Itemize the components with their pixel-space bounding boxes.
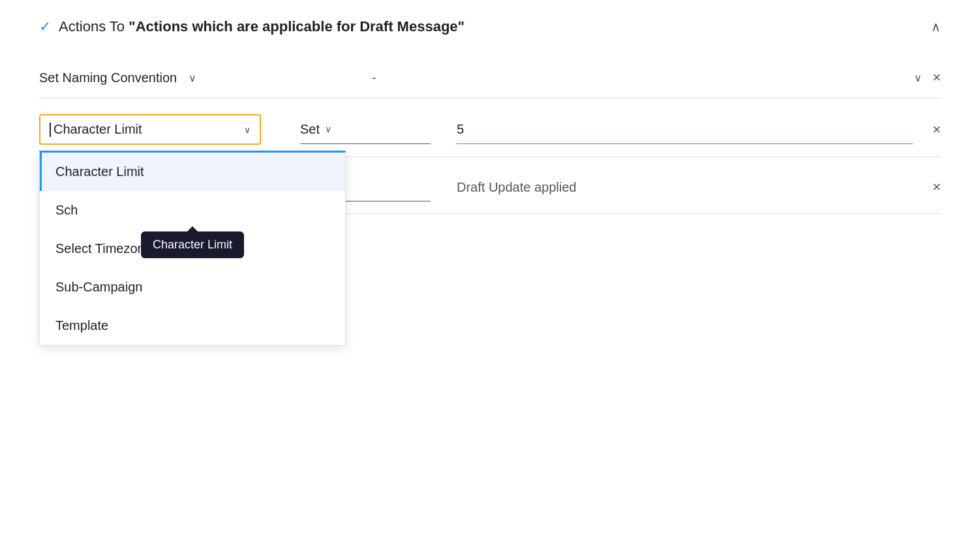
chevron-up-icon[interactable]: ∧ (931, 19, 941, 35)
row1-close-button[interactable]: × (932, 121, 941, 138)
header-row: ✓ Actions To "Actions which are applicab… (39, 0, 941, 51)
header-title-prefix: Actions To (59, 18, 129, 35)
character-limit-dropdown[interactable]: Character Limit ∨ (39, 114, 261, 145)
draft-value: Draft Update applied (457, 173, 913, 201)
action-row-1: Character Limit ∨ Set ∨ 5 × Character Li… (39, 98, 941, 157)
dropdown-item-character-limit[interactable]: Character Limit (40, 153, 345, 191)
dropdown-item-sch[interactable]: Sch Character Limit (40, 191, 345, 230)
row2-close-button[interactable]: × (932, 179, 941, 196)
value-input[interactable]: 5 (457, 115, 913, 144)
dropdown-arrow-icon[interactable]: ∨ (244, 125, 251, 135)
naming-separator: - (372, 70, 914, 85)
naming-row: Set Naming Convention ∨ - ∨ × (39, 51, 941, 98)
naming-chevron-down-icon[interactable]: ∨ (189, 72, 196, 84)
header-title: Actions To "Actions which are applicable… (59, 18, 465, 35)
dropdown-popup: Character Limit Sch Character Limit Sele… (39, 151, 346, 346)
dropdown-selected-text: Character Limit (54, 122, 237, 137)
text-cursor (50, 123, 51, 137)
page-container: ✓ Actions To "Actions which are applicab… (0, 0, 980, 549)
tooltip: Character Limit (141, 231, 244, 258)
naming-close-button[interactable]: × (932, 69, 941, 86)
dropdown-item-sub-campaign[interactable]: Sub-Campaign (40, 268, 345, 306)
check-icon: ✓ (39, 18, 51, 35)
naming-left: Set Naming Convention ∨ (39, 70, 352, 85)
naming-right: ∨ × (914, 69, 941, 86)
header-title-bold: "Actions which are applicable for Draft … (129, 18, 465, 35)
naming-convention-label: Set Naming Convention (39, 70, 177, 85)
set-dropdown-text: Set (300, 122, 320, 137)
dropdown-item-template[interactable]: Template (40, 306, 345, 345)
set-dropdown-arrow-icon[interactable]: ∨ (325, 124, 331, 134)
header-left: ✓ Actions To "Actions which are applicab… (39, 18, 465, 35)
naming-right-chevron-icon[interactable]: ∨ (914, 72, 922, 84)
set-dropdown[interactable]: Set ∨ (300, 115, 431, 144)
